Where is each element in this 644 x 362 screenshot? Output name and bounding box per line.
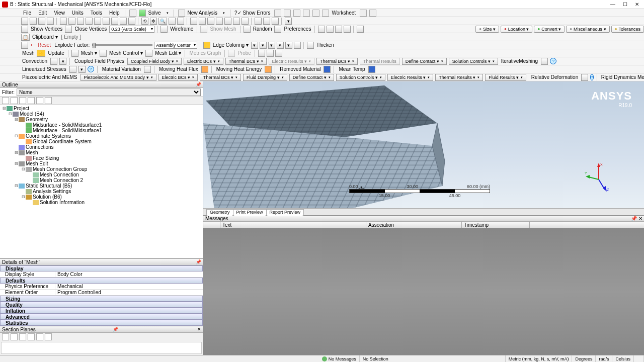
tree-node[interactable]: ⊟Geometry	[1, 117, 202, 122]
ls-b2[interactable]: ▾	[78, 66, 86, 73]
details-cat-inflation[interactable]: Inflation	[0, 308, 203, 314]
solution-controls-dropdown-1[interactable]: Solution Controls ▾	[449, 58, 498, 65]
view-b2[interactable]	[199, 18, 206, 25]
clipboard-icon[interactable]: 📋	[21, 34, 30, 41]
tree-node[interactable]: Midsurface - Solid\Midsurface1	[1, 128, 202, 133]
tb-btn-f[interactable]	[360, 10, 367, 17]
rigid-dynamics-measures[interactable]: Rigid Dynamics Measures	[600, 74, 644, 80]
mhf-icon[interactable]	[201, 66, 208, 73]
sel-vertex[interactable]	[21, 18, 28, 25]
tb-btn-e[interactable]	[312, 10, 319, 17]
rd-b1[interactable]	[581, 74, 588, 81]
details-pin-icon[interactable]: 📌	[196, 259, 201, 264]
tree-node[interactable]: Global Coordinate System	[1, 139, 202, 144]
menu-tools[interactable]: Tools	[88, 10, 105, 16]
tree-node[interactable]: Analysis Settings	[1, 189, 202, 194]
tree-node[interactable]: Face Sizing	[1, 155, 202, 161]
misc-dropdown[interactable]: Miscellaneous ▾	[566, 26, 609, 33]
tab-report-preview[interactable]: Report Preview	[266, 209, 304, 216]
coupled-field-body-dropdown[interactable]: Coupled Field Body ▾	[127, 58, 182, 65]
worksheet-button[interactable]: Worksheet	[330, 10, 357, 16]
tree-node[interactable]: ⊟Mesh Connection Group	[1, 166, 202, 172]
pref-icon[interactable]	[274, 26, 281, 33]
filter-dropdown[interactable]: Name	[17, 88, 201, 96]
sp-close-icon[interactable]: ✕	[197, 327, 201, 332]
tree-node[interactable]: Midsurface - Solid\Midsurface1	[1, 122, 202, 128]
details-cat-statistics[interactable]: Statistics	[0, 320, 203, 326]
zoom-icon[interactable]: 🔍	[158, 18, 167, 25]
view-b7[interactable]	[242, 18, 249, 25]
moving-heat-flux[interactable]: Moving Heat Flux	[158, 66, 199, 72]
mesh-dropdown[interactable]: Mesh ▾	[80, 50, 98, 56]
wireframe-button[interactable]: Wireframe	[169, 26, 194, 32]
close-vertices-button[interactable]: Close Vertices	[73, 26, 108, 32]
sp-b2[interactable]	[11, 333, 18, 340]
status-celsius[interactable]: Celsius	[612, 355, 634, 362]
convert-dropdown[interactable]: Convert ▾	[534, 26, 565, 33]
piezo-body-dropdown[interactable]: Piezoelectric And MEMS Body ▾	[80, 74, 156, 81]
new-analysis-button[interactable]: New Analysis	[186, 10, 219, 16]
view-b5[interactable]	[224, 18, 231, 25]
ot-b3[interactable]	[19, 97, 26, 104]
element-order-value[interactable]: Program Controlled	[55, 290, 203, 295]
status-units[interactable]: Metric (mm, kg, N, s, mV, mA)	[506, 355, 573, 362]
tree-node[interactable]: ⊟Mesh Edit	[1, 161, 202, 166]
orientation-triad[interactable]: X Y Z	[584, 162, 614, 192]
sp-b3[interactable]	[19, 333, 26, 340]
mt-icon[interactable]	[368, 66, 375, 73]
tree-node[interactable]: ⊟Mesh	[1, 150, 202, 155]
3d-viewport[interactable]: ✢ ANSYS R19.0 0.0030.0060.00 (mm) 15.004…	[203, 81, 644, 208]
menu-view[interactable]: View	[51, 10, 68, 16]
status-degrees[interactable]: Degrees	[572, 355, 596, 362]
define-contact-dropdown-2[interactable]: Define Contact ▾	[289, 74, 334, 81]
conv-b1[interactable]	[50, 58, 57, 65]
details-cat-defaults[interactable]: Defaults	[0, 278, 203, 284]
edge-coloring-button[interactable]: Edge Coloring ▾	[212, 42, 250, 48]
tb-btn-b[interactable]	[284, 10, 291, 17]
vb2[interactable]	[327, 26, 334, 33]
rotate-icon[interactable]: ⟲	[141, 18, 148, 25]
mean-temp[interactable]: Mean Temp	[338, 66, 366, 72]
tree-node[interactable]: ⊟Coordinate Systems	[1, 133, 202, 139]
reset-button[interactable]: ⟵Reset	[30, 42, 52, 48]
view-d1[interactable]: ▾	[285, 18, 292, 25]
help-icon-1[interactable]: ?	[550, 58, 556, 64]
sel-b3[interactable]	[77, 18, 84, 25]
edge-coloring-icon[interactable]	[203, 42, 210, 49]
msg-col-text[interactable]: Text	[220, 222, 366, 228]
details-cat-quality[interactable]: Quality	[0, 302, 203, 308]
msg-pin-icon[interactable]: 📌	[631, 216, 637, 221]
tree-node[interactable]: Solution Information	[1, 200, 202, 205]
ot-b5[interactable]	[36, 97, 43, 104]
mv-b1[interactable]	[144, 66, 151, 73]
thicken-button[interactable]: Thicken	[315, 42, 335, 48]
vb4[interactable]	[344, 26, 351, 33]
assembly-dropdown[interactable]: Assembly Center	[154, 42, 197, 49]
random-icon[interactable]	[244, 26, 251, 33]
status-rads[interactable]: rad/s	[596, 355, 612, 362]
msg-col-association[interactable]: Association	[366, 222, 462, 228]
display-style-value[interactable]: Body Color	[55, 272, 203, 277]
mesh-extra-2[interactable]	[267, 50, 274, 57]
fluid-damping-dropdown[interactable]: Fluid Damping ▾	[243, 74, 287, 81]
sel-b9[interactable]	[128, 18, 135, 25]
sel-b1[interactable]	[60, 18, 67, 25]
vb5[interactable]	[357, 26, 364, 33]
im-b1[interactable]	[541, 58, 548, 65]
thermal-bcs-dropdown-3[interactable]: Thermal BCs ▾	[200, 74, 241, 81]
explode-slider[interactable]	[92, 44, 152, 46]
mesh-extra-3[interactable]	[275, 50, 282, 57]
thermal-bcs-dropdown-2[interactable]: Thermal BCs ▾	[316, 58, 358, 65]
conv-b2[interactable]: ▾	[59, 58, 66, 65]
zoom-fit-icon[interactable]	[177, 18, 184, 25]
details-cat-display[interactable]: Display	[0, 265, 203, 272]
iterative-meshing[interactable]: IterativeMeshing	[500, 58, 539, 64]
random-button[interactable]: Random	[252, 26, 273, 32]
removed-material[interactable]: Removed Material	[279, 66, 321, 72]
electric-bcs-dropdown-1[interactable]: Electric BCs ▾	[184, 58, 223, 65]
moving-heat-energy[interactable]: Moving Heat Energy	[215, 66, 263, 72]
material-variation[interactable]: Material Variation	[101, 66, 142, 72]
ot-b4[interactable]	[28, 97, 35, 104]
menu-edit[interactable]: Edit	[35, 10, 50, 16]
tb-btn-a[interactable]	[274, 10, 281, 17]
